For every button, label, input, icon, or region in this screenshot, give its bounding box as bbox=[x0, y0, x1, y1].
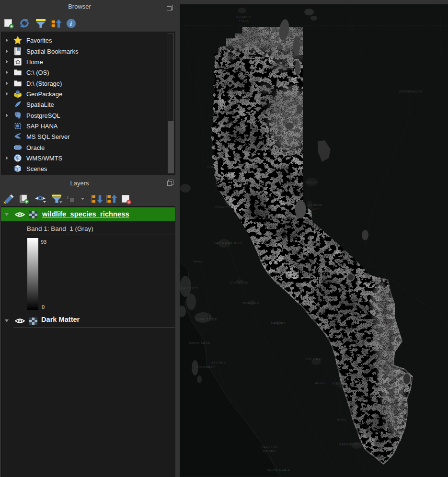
svg-text:STOCKTON: STOCKTON bbox=[230, 281, 249, 284]
svg-text:Vallejo: Vallejo bbox=[193, 260, 202, 263]
svg-text:Delano: Delano bbox=[337, 418, 346, 421]
svg-text:CITY: CITY bbox=[311, 207, 319, 210]
svg-text:SANTA CRUZ: SANTA CRUZ bbox=[189, 341, 210, 344]
svg-text:SANTA MARIA: SANTA MARIA bbox=[267, 468, 290, 472]
svg-text:RENO: RENO bbox=[307, 181, 316, 184]
svg-text:SAN FRANCISCO: SAN FRANCISCO bbox=[180, 286, 198, 290]
svg-text:SACRAMENTO: SACRAMENTO bbox=[213, 241, 243, 245]
svg-text:SAN JOSE: SAN JOSE bbox=[196, 317, 218, 321]
svg-text:Hanford: Hanford bbox=[315, 382, 325, 385]
svg-text:KLAMATH: KLAMATH bbox=[236, 15, 252, 18]
svg-text:MERCED: MERCED bbox=[271, 321, 286, 325]
svg-text:WINNEMUCCA: WINNEMUCCA bbox=[399, 90, 423, 93]
svg-text:ε: ε bbox=[67, 194, 69, 200]
svg-text:SAN LUIS: SAN LUIS bbox=[262, 446, 277, 449]
svg-text:FRESNO: FRESNO bbox=[305, 357, 322, 361]
svg-text:i: i bbox=[70, 20, 72, 27]
svg-text:SALINAS: SALINAS bbox=[211, 361, 226, 364]
svg-text:FALLS: FALLS bbox=[239, 19, 249, 22]
svg-text:CARSON: CARSON bbox=[308, 204, 322, 206]
svg-text:OBISPO: OBISPO bbox=[263, 450, 276, 453]
svg-text:BAKERSFIELD: BAKERSFIELD bbox=[339, 443, 364, 446]
svg-text:MONTEREY: MONTEREY bbox=[196, 365, 215, 369]
svg-text:MODESTO: MODESTO bbox=[242, 301, 259, 304]
